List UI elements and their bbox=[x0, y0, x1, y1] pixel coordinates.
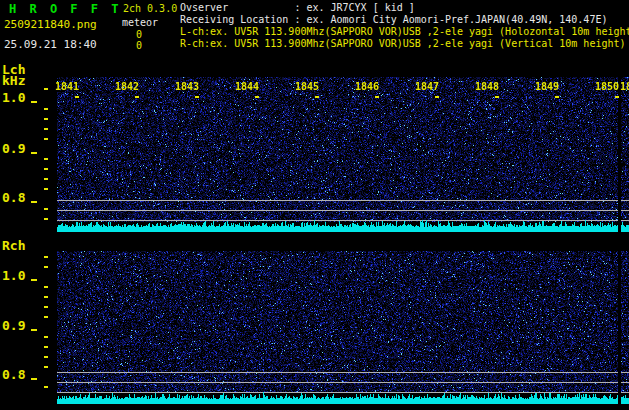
lch-minor-tick bbox=[44, 88, 48, 90]
time-label-1845: 1845 bbox=[295, 81, 319, 92]
lch-minor-tick bbox=[44, 158, 48, 160]
lch-freq-label: 0.8 bbox=[2, 190, 25, 205]
rch-minor-tick bbox=[44, 306, 48, 308]
lch-minor-tick bbox=[44, 218, 48, 220]
rch-minor-tick bbox=[44, 296, 48, 298]
location-line: Receiving Location : ex. Aomori City Aom… bbox=[180, 14, 607, 25]
rch-freq-label: 1.0 bbox=[2, 268, 25, 283]
time-label-1841: 1841 bbox=[55, 81, 79, 92]
time-label-1842: 1842 bbox=[115, 81, 139, 92]
hrofft-screen: H R O F F T 2ch 0.3.0 2509211840.png met… bbox=[0, 0, 629, 410]
lch-major-tick bbox=[31, 152, 37, 154]
lch-freq-label: 0.9 bbox=[2, 141, 25, 156]
observer-line: Ovserver : ex. JR7CYX [ kid ] bbox=[180, 2, 415, 13]
rch-major-tick bbox=[31, 279, 37, 281]
rch-spectrogram bbox=[57, 251, 629, 404]
rch-minor-tick bbox=[44, 356, 48, 358]
lch-minor-tick bbox=[44, 188, 48, 190]
lch-config-line: L-ch:ex. UV5R 113.900Mhz(SAPPORO VOR)USB… bbox=[180, 26, 629, 37]
time-label-1850: 1850 bbox=[595, 81, 619, 92]
lch-minor-tick bbox=[44, 168, 48, 170]
rch-minor-tick bbox=[44, 366, 48, 368]
rch-major-tick bbox=[31, 329, 37, 331]
datetime-label: 25.09.21 18:40 bbox=[4, 38, 97, 51]
lch-minor-tick bbox=[44, 178, 48, 180]
rch-minor-tick bbox=[44, 346, 48, 348]
time-label-1846: 1846 bbox=[355, 81, 379, 92]
time-label-1848: 1848 bbox=[475, 81, 499, 92]
time-label-1843: 1843 bbox=[175, 81, 199, 92]
rch-major-tick bbox=[31, 378, 37, 380]
app-title: H R O F F T bbox=[9, 2, 121, 16]
freq-unit-label: kHz bbox=[2, 73, 25, 88]
time-label-1847: 1847 bbox=[415, 81, 439, 92]
rch-minor-tick bbox=[44, 256, 48, 258]
lch-freq-label: 1.0 bbox=[2, 90, 25, 105]
meteor-count-2: 0 bbox=[136, 40, 142, 51]
rch-minor-tick bbox=[44, 286, 48, 288]
rch-channel-label: Rch bbox=[2, 238, 25, 253]
rch-minor-tick bbox=[44, 386, 48, 388]
time-label-1844: 1844 bbox=[235, 81, 259, 92]
lch-minor-tick bbox=[44, 208, 48, 210]
lch-major-tick bbox=[31, 101, 37, 103]
mode-label: meteor bbox=[122, 17, 158, 28]
rch-minor-tick bbox=[44, 266, 48, 268]
output-filename: 2509211840.png bbox=[4, 18, 97, 31]
lch-minor-tick bbox=[44, 108, 48, 110]
lch-major-tick bbox=[31, 201, 37, 203]
lch-spectrogram bbox=[57, 77, 629, 232]
rch-freq-label: 0.9 bbox=[2, 318, 25, 333]
rch-config-line: R-ch:ex. UV5R 113.900Mhz(SAPPORO VOR)USB… bbox=[180, 38, 626, 49]
time-label-partial: 18 bbox=[620, 81, 629, 92]
meteor-count-1: 0 bbox=[136, 29, 142, 40]
lch-minor-tick bbox=[44, 118, 48, 120]
time-label-1849: 1849 bbox=[535, 81, 559, 92]
rch-minor-tick bbox=[44, 336, 48, 338]
rch-freq-label: 0.8 bbox=[2, 367, 25, 382]
lch-minor-tick bbox=[44, 138, 48, 140]
lch-minor-tick bbox=[44, 128, 48, 130]
rch-minor-tick bbox=[44, 316, 48, 318]
app-version: 2ch 0.3.0 bbox=[123, 3, 177, 14]
